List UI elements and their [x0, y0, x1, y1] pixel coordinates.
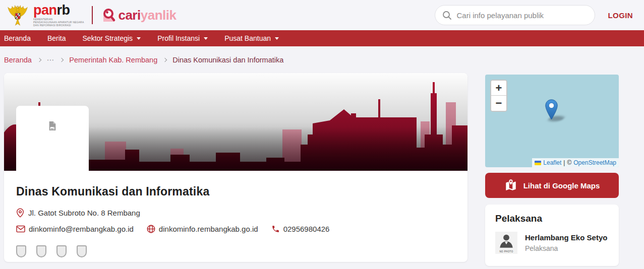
- leaflet-map[interactable]: + − Leaflet | ©: [485, 75, 619, 167]
- google-maps-button[interactable]: Lihat di Google Maps: [485, 173, 619, 198]
- avatar: NO PHOTO: [495, 232, 517, 254]
- person-text: Herlambang Eko Setyo Pelaksana: [525, 233, 607, 252]
- broken-image-icon: [48, 121, 56, 131]
- openstreetmap-link[interactable]: OpenStreetMap: [573, 159, 616, 166]
- social-link-placeholder-icon[interactable]: [56, 245, 67, 257]
- nav-item-sektor-strategis[interactable]: Sektor Strategis: [83, 34, 141, 42]
- nav-item-label: Pusat Bantuan: [224, 34, 271, 42]
- search-input[interactable]: [457, 11, 588, 20]
- search-icon: [442, 11, 452, 20]
- ukraine-flag-icon: [535, 161, 541, 165]
- chevron-right-icon: [37, 57, 41, 61]
- cariyanlik-logo[interactable]: cariyanlik: [101, 7, 176, 23]
- garuda-emblem-icon: [6, 4, 29, 27]
- envelope-icon: [16, 225, 25, 233]
- social-link-placeholder-icon[interactable]: [77, 245, 87, 257]
- globe-icon: [147, 225, 155, 233]
- contact-row: dinkominfo@rembangkab.go.id dinkominfo.r…: [16, 225, 455, 233]
- agency-info: Dinas Komunikasi dan Informatika Jl. Gat…: [4, 171, 467, 257]
- breadcrumb: Beranda ⋯ Pemerintah Kab. Rembang Dinas …: [0, 46, 644, 73]
- search-box[interactable]: [435, 5, 595, 25]
- zoom-in-button[interactable]: +: [491, 81, 506, 96]
- main-nav: Beranda Berita Sektor Strategis Profil I…: [0, 30, 644, 46]
- chevron-down-icon: [204, 37, 208, 40]
- nav-item-label: Berita: [47, 34, 66, 42]
- cariyanlik-cari-text: cari: [118, 8, 140, 23]
- no-photo-label: NO PHOTO: [495, 250, 517, 253]
- agency-card: Dinas Komunikasi dan Informatika Jl. Gat…: [4, 73, 467, 262]
- pelaksana-heading: Pelaksana: [495, 213, 609, 224]
- map-marker-icon[interactable]: [545, 99, 558, 120]
- ministry-text: KEMENTERIAN PENDAYAGUNAAN APARATUR NEGAR…: [33, 18, 84, 27]
- copyright-symbol: ©: [567, 159, 571, 166]
- address-row: Jl. Gatot Subroto No. 8 Rembang: [16, 208, 455, 218]
- chevron-down-icon: [137, 37, 141, 40]
- panrb-wordmark: panrb KEMENTERIAN PENDAYAGUNAAN APARATUR…: [33, 4, 84, 27]
- agency-website: dinkominfo.rembangkab.go.id: [159, 225, 258, 233]
- phone-icon: [271, 225, 280, 233]
- location-pin-icon: [16, 208, 24, 218]
- nav-item-profil-instansi[interactable]: Profil Instansi: [157, 34, 208, 42]
- phone-item: 02956980426: [271, 225, 330, 233]
- person-silhouette-icon: [496, 232, 516, 250]
- map-icon: [504, 179, 517, 192]
- breadcrumb-current-page: Dinas Komunikasi dan Informatika: [172, 56, 283, 64]
- nav-item-berita[interactable]: Berita: [47, 34, 66, 42]
- person-row: NO PHOTO Herlambang Eko Setyo Pelaksana: [495, 232, 609, 254]
- nav-item-beranda[interactable]: Beranda: [4, 34, 31, 42]
- content-area: Dinas Komunikasi dan Informatika Jl. Gat…: [0, 73, 644, 266]
- email-item: dinkominfo@rembangkab.go.id: [16, 225, 134, 233]
- chevron-right-icon: [60, 57, 64, 61]
- city-skyline-banner: [4, 73, 467, 171]
- leaflet-link[interactable]: Leaflet: [543, 159, 561, 166]
- person-name: Herlambang Eko Setyo: [525, 233, 607, 242]
- breadcrumb-ellipsis[interactable]: ⋯: [47, 56, 54, 64]
- top-header: panrb KEMENTERIAN PENDAYAGUNAAN APARATUR…: [0, 0, 644, 30]
- attribution-separator: |: [563, 159, 565, 166]
- panrb-rb-text: rb: [57, 3, 70, 18]
- nav-item-label: Beranda: [4, 34, 31, 42]
- map-zoom-control: + −: [490, 80, 507, 112]
- agency-phone: 02956980426: [283, 225, 330, 233]
- social-link-placeholder-icon[interactable]: [36, 245, 46, 257]
- social-link-placeholder-icon[interactable]: [16, 245, 26, 257]
- breadcrumb-pemerintah-kab-rembang[interactable]: Pemerintah Kab. Rembang: [69, 56, 157, 64]
- nav-item-label: Sektor Strategis: [83, 34, 133, 42]
- google-maps-button-label: Lihat di Google Maps: [523, 181, 600, 190]
- pelaksana-card: Pelaksana NO PHOTO Herlambang Eko Setyo …: [485, 205, 619, 266]
- cariyanlik-magnifier-icon: [101, 7, 117, 23]
- website-item: dinkominfo.rembangkab.go.id: [147, 225, 258, 233]
- page-title: Dinas Komunikasi dan Informatika: [16, 185, 455, 198]
- person-role: Pelaksana: [525, 244, 607, 252]
- nav-item-pusat-bantuan[interactable]: Pusat Bantuan: [224, 34, 279, 42]
- brand-divider: [92, 6, 93, 24]
- social-links-row: [16, 245, 455, 257]
- chevron-down-icon: [275, 37, 279, 40]
- cariyanlik-yanlik-text: yanlik: [141, 8, 177, 23]
- agency-logo-placeholder: [16, 106, 89, 179]
- nav-item-label: Profil Instansi: [157, 34, 200, 42]
- page: panrb KEMENTERIAN PENDAYAGUNAAN APARATUR…: [0, 0, 644, 266]
- agency-email: dinkominfo@rembangkab.go.id: [29, 225, 134, 233]
- zoom-out-button[interactable]: −: [491, 96, 506, 111]
- breadcrumb-beranda[interactable]: Beranda: [4, 56, 32, 64]
- panrb-pan-text: pan: [33, 3, 57, 18]
- map-attribution: Leaflet | © OpenStreetMap: [532, 158, 619, 167]
- chevron-right-icon: [163, 57, 167, 61]
- agency-address: Jl. Gatot Subroto No. 8 Rembang: [28, 209, 140, 217]
- panrb-logo[interactable]: panrb KEMENTERIAN PENDAYAGUNAAN APARATUR…: [6, 4, 84, 27]
- login-button[interactable]: LOGIN: [608, 11, 633, 20]
- right-sidebar: + − Leaflet | ©: [485, 73, 619, 266]
